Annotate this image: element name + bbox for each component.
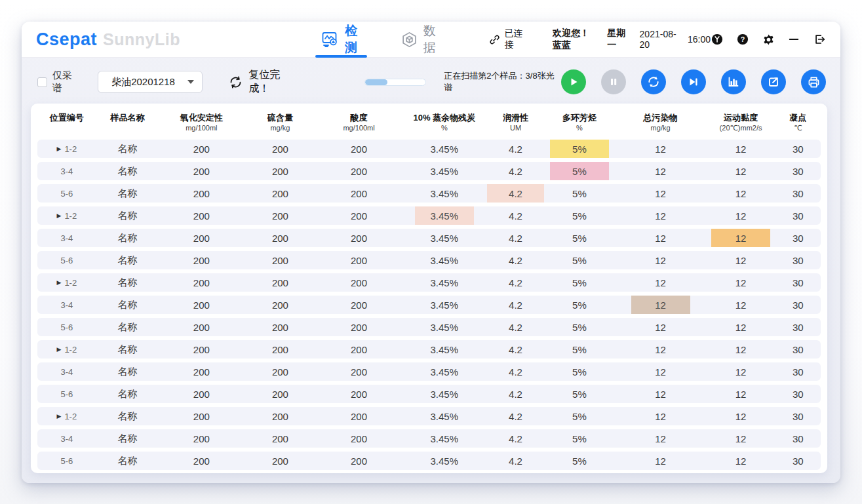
sample-select[interactable]: 柴油20201218 xyxy=(98,71,203,93)
skip-next-button[interactable] xyxy=(681,69,706,94)
position-cell: 5-6 xyxy=(37,318,96,336)
column-label: 位置编号 xyxy=(50,113,84,123)
highlighted-value: 5% xyxy=(550,162,609,180)
value-cell: 12 xyxy=(615,162,707,180)
table-row[interactable]: 5-6名称2002002003.45%4.25%121230 xyxy=(37,452,821,470)
position-label: 1-2 xyxy=(64,144,77,154)
expand-arrow-icon[interactable]: ▶ xyxy=(56,145,61,152)
position-cell: ▶1-2 xyxy=(37,340,96,359)
value-cell: 12 xyxy=(615,385,707,403)
spectra-only-checkbox[interactable] xyxy=(37,77,47,87)
table-row[interactable]: 3-4名称2002002003.45%4.25%121230 xyxy=(37,229,821,247)
svg-text:?: ? xyxy=(741,35,745,43)
position-label: 3-4 xyxy=(60,300,73,310)
value-cell: 12 xyxy=(707,162,775,180)
reset-control[interactable]: 复位完成！ xyxy=(229,68,300,96)
column-label: 运动黏度 xyxy=(724,113,758,123)
value-cell: 3.45% xyxy=(402,140,487,158)
table-row[interactable]: ▶1-2名称2002002003.45%4.25%121230 xyxy=(37,340,821,359)
value-cell: 名称 xyxy=(96,452,159,470)
question-circle-icon[interactable]: ? xyxy=(736,33,749,46)
welcome-text: 欢迎您！蓝蓝 xyxy=(553,28,597,51)
table-row[interactable]: 5-6名称2002002003.45%4.25%121230 xyxy=(37,385,821,403)
value-cell: 12 xyxy=(707,251,775,269)
value-cell: 3.45% xyxy=(402,184,487,203)
value-cell: 200 xyxy=(159,318,244,336)
column-header: 10% 蒸余物残炭% xyxy=(402,113,487,132)
value-cell: 200 xyxy=(159,452,244,470)
time-text: 16:00 xyxy=(688,34,711,45)
tab-detection[interactable]: 检测 xyxy=(319,22,363,58)
tab-data[interactable]: 数据 xyxy=(399,22,442,58)
reset-status-text: 复位完成！ xyxy=(248,68,300,96)
exit-icon[interactable] xyxy=(813,33,826,46)
position-label: 5-6 xyxy=(60,456,73,466)
position-cell: 5-6 xyxy=(37,251,96,269)
column-header: 总污染物mg/kg xyxy=(615,113,707,132)
value-cell: 200 xyxy=(159,407,244,425)
pause-button[interactable] xyxy=(601,69,626,94)
position-cell: ▶1-2 xyxy=(37,140,96,158)
table-row[interactable]: 5-6名称2002002003.45%4.25%121230 xyxy=(37,251,821,269)
value-cell: 4.2 xyxy=(487,385,544,403)
table-row[interactable]: ▶1-2名称2002002003.45%4.25%121230 xyxy=(37,407,821,425)
value-cell: 200 xyxy=(159,273,244,292)
value-cell: 5% xyxy=(544,318,615,336)
table-row[interactable]: 3-4名称2002002003.45%4.25%121230 xyxy=(37,162,821,180)
table-row[interactable]: 5-6名称2002002003.45%4.25%121230 xyxy=(37,318,821,336)
value-cell: 3.45% xyxy=(402,340,487,359)
connection-status: 已连接 xyxy=(489,28,526,51)
table-row[interactable]: ▶1-2名称2002002003.45%4.25%121230 xyxy=(37,273,821,292)
table-row[interactable]: 5-6名称2002002003.45%4.25%121230 xyxy=(37,184,821,203)
expand-arrow-icon[interactable]: ▶ xyxy=(56,413,61,419)
toolbar: 仅采谱 柴油20201218 复位完成！ 正在扫描第2个样品：3/8张光谱 xyxy=(37,69,826,95)
value-cell: 200 xyxy=(316,184,401,203)
position-cell: ▶1-2 xyxy=(37,273,96,292)
value-cell: 200 xyxy=(159,251,244,269)
value-cell: 200 xyxy=(244,318,316,336)
value-cell: 3.45% xyxy=(402,385,487,403)
minimize-icon[interactable] xyxy=(787,33,800,46)
value-cell: 3.45% xyxy=(402,273,487,292)
value-cell: 200 xyxy=(244,184,316,203)
logo-brand: Csepat xyxy=(36,29,97,50)
table-row[interactable]: 3-4名称2002002003.45%4.25%121230 xyxy=(37,362,821,381)
value-cell: 名称 xyxy=(96,340,159,359)
scan-progress-bar xyxy=(364,79,427,86)
value-cell: 200 xyxy=(159,229,244,247)
position-label: 3-4 xyxy=(60,367,73,377)
expand-arrow-icon[interactable]: ▶ xyxy=(56,346,61,353)
value-cell: 5% xyxy=(544,340,615,359)
table-row[interactable]: 3-4名称2002002003.45%4.25%121230 xyxy=(37,429,821,448)
expand-arrow-icon[interactable]: ▶ xyxy=(56,212,61,219)
table-row[interactable]: ▶1-2名称2002002003.45%4.25%121230 xyxy=(37,140,821,158)
position-label: 3-4 xyxy=(60,233,73,243)
highlighted-value: 3.45% xyxy=(415,206,474,225)
table-row[interactable]: 3-4名称2002002003.45%4.25%121230 xyxy=(37,296,821,314)
wrench-circle-icon[interactable] xyxy=(711,33,724,46)
value-cell: 名称 xyxy=(96,229,159,247)
table-row[interactable]: ▶1-2名称2002002003.45%4.25%121230 xyxy=(37,206,821,225)
value-cell: 200 xyxy=(159,296,244,314)
value-cell: 4.2 xyxy=(487,140,544,158)
value-cell: 30 xyxy=(775,273,821,292)
value-cell: 200 xyxy=(159,340,244,359)
refresh-button[interactable] xyxy=(641,69,666,94)
value-cell: 5% xyxy=(544,273,615,292)
expand-arrow-icon[interactable]: ▶ xyxy=(56,279,61,286)
start-button[interactable] xyxy=(561,69,586,94)
position-label: 5-6 xyxy=(60,389,73,399)
position-cell: 3-4 xyxy=(37,229,96,247)
action-buttons xyxy=(561,69,826,94)
value-cell: 3.45% xyxy=(402,429,487,448)
bar-chart-button[interactable] xyxy=(721,69,746,94)
value-cell: 12 xyxy=(615,362,707,381)
print-button[interactable] xyxy=(801,69,826,94)
value-cell: 名称 xyxy=(96,385,159,403)
gear-icon[interactable] xyxy=(762,33,775,46)
value-cell: 名称 xyxy=(96,162,159,180)
export-button[interactable] xyxy=(761,69,786,94)
app-logo: Csepat SunnyLib xyxy=(36,29,180,50)
scan-progress-fill xyxy=(365,79,388,85)
value-cell: 200 xyxy=(244,251,316,269)
